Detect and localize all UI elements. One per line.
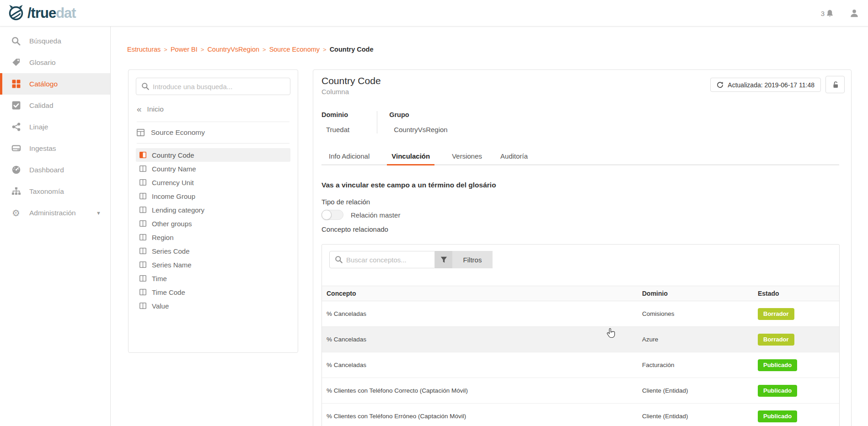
sidebar-item-administracion[interactable]: ⚙ Administración ▼ [0,202,110,224]
sidebar-item-glosario[interactable]: Glosario [0,52,110,73]
breadcrumb-separator: > [323,46,327,53]
group-meta: Grupo CountryVsRegion [377,111,496,133]
column-item[interactable]: Time [136,272,290,285]
column-item[interactable]: Income Group [136,189,290,203]
column-item[interactable]: Value [136,299,290,313]
cell-concepto: % Clientes con Teléfono Erróneo (Captaci… [327,413,642,420]
cell-dominio: Cliente (Entidad) [642,387,758,394]
column-item[interactable]: Lending category [136,203,290,217]
column-item-label: Time [152,275,167,282]
gear-icon: ⚙ [11,208,21,218]
column-icon [139,303,146,309]
column-item-label: Region [152,234,174,241]
filters-button[interactable]: Filtros [452,251,493,268]
divider [137,143,289,144]
breadcrumb-link[interactable]: CountryVsRegion [207,46,259,53]
funnel-icon [440,256,447,263]
concepts-table: Concepto Dominio Estado % Canceladas Com… [322,286,839,426]
related-concepts-panel: Filtros Concepto Dominio Estado % Cancel… [321,244,840,426]
breadcrumb-link[interactable]: Source Economy [269,46,320,53]
owl-logo-icon [7,4,26,22]
logo-text: /truedat [27,5,76,21]
status-badge: Borrador [758,308,794,320]
cell-dominio: Azure [642,336,758,343]
detail-tabs: Info Adicional Vinculación Versiones Aud… [321,149,839,165]
table-row[interactable]: % Clientes con Teléfono Correcto (Captac… [322,378,839,404]
sidebar-item-label: Administración [29,209,76,217]
column-item[interactable]: Country Name [136,162,290,176]
cell-dominio: Comisiones [642,310,758,317]
status-badge: Publicado [758,385,797,397]
refresh-updated-button[interactable]: Actualizada: 2019-06-17 11:48 [710,78,821,92]
user-avatar-icon[interactable] [850,9,859,18]
column-item[interactable]: Series Code [136,244,290,258]
grid-icon [11,79,21,89]
sidebar-item-linaje[interactable]: Linaje [0,116,110,138]
column-icon [139,165,146,172]
column-icon [139,275,146,282]
relation-master-toggle[interactable] [321,210,343,220]
breadcrumb: Estructuras > Power BI > CountryVsRegion… [127,46,374,53]
concept-search-input[interactable] [346,256,434,264]
breadcrumb-separator: > [164,46,167,53]
table-row[interactable]: % Canceladas Azure Borrador [322,327,839,352]
double-chevron-left-icon: « [137,104,141,114]
sidebar-item-label: Búsqueda [29,37,61,45]
cell-concepto: % Canceladas [327,310,642,317]
column-icon [139,220,146,227]
sidebar-item-catalogo[interactable]: Catálogo [0,73,110,95]
sidebar-item-busqueda[interactable]: Búsqueda [0,30,110,52]
cell-concepto: % Canceladas [327,336,642,343]
updated-timestamp: Actualizada: 2019-06-17 11:48 [728,81,814,89]
breadcrumb-link[interactable]: Estructuras [127,46,161,53]
concepts-table-header: Concepto Dominio Estado [322,286,839,301]
table-row[interactable]: % Clientes con Teléfono Erróneo (Captaci… [322,404,839,426]
notifications-button[interactable]: 3 [821,9,834,18]
tab-auditoria[interactable]: Auditoría [499,149,529,165]
column-item[interactable]: Time Code [136,285,290,299]
lock-toggle-button[interactable] [825,76,845,93]
toggle-knob [321,210,332,220]
column-item[interactable]: Series Name [136,258,290,272]
column-list: Country Code Country Name Currency Unit … [136,148,290,313]
tab-info-adicional[interactable]: Info Adicional [328,149,370,165]
back-to-home-link[interactable]: « Inicio [137,104,289,114]
cell-concepto: % Canceladas [327,362,642,368]
truedat-logo[interactable]: /truedat [7,4,76,22]
header-concepto: Concepto [327,290,642,297]
sidebar-item-label: Catálogo [29,80,58,88]
column-item[interactable]: Currency Unit [136,176,290,189]
sidebar-item-ingestas[interactable]: Ingestas [0,138,110,159]
parent-structure-item[interactable]: Source Economy [136,122,290,143]
domain-value: Truedat [321,126,349,133]
sidebar-item-label: Taxonomía [29,187,64,196]
structure-search[interactable] [136,78,290,95]
chevron-down-icon: ▼ [96,210,101,216]
column-item-label: Series Name [152,261,192,269]
column-item-label: Other groups [152,220,192,228]
status-badge: Publicado [758,359,797,371]
status-badge: Borrador [758,334,794,346]
column-item-label: Country Name [152,165,196,173]
column-item[interactable]: Region [136,230,290,244]
filter-icon-button[interactable] [435,251,452,268]
domain-label: Dominio [321,111,349,118]
structure-search-input[interactable] [153,83,290,91]
parent-structure-label: Source Economy [151,128,205,137]
column-item[interactable]: Other groups [136,217,290,230]
domain-meta: Dominio Truedat [321,111,377,133]
column-icon [139,234,146,240]
sidebar-item-taxonomia[interactable]: Taxonomía [0,181,110,202]
breadcrumb-link[interactable]: Power BI [171,46,198,53]
notification-count: 3 [821,10,825,17]
sidebar-item-label: Calidad [29,101,54,110]
concept-search[interactable] [329,251,435,268]
table-row[interactable]: % Canceladas Facturación Publicado [322,352,839,378]
tab-vinculacion[interactable]: Vinculación [387,149,434,165]
table-row[interactable]: % Canceladas Comisiones Borrador [322,301,839,327]
sidebar-item-dashboard[interactable]: Dashboard [0,159,110,181]
tab-versiones[interactable]: Versiones [451,149,483,165]
breadcrumb-current: Country Code [330,46,374,53]
column-item-country-code[interactable]: Country Code [136,148,290,162]
sidebar-item-calidad[interactable]: Calidad [0,95,110,116]
